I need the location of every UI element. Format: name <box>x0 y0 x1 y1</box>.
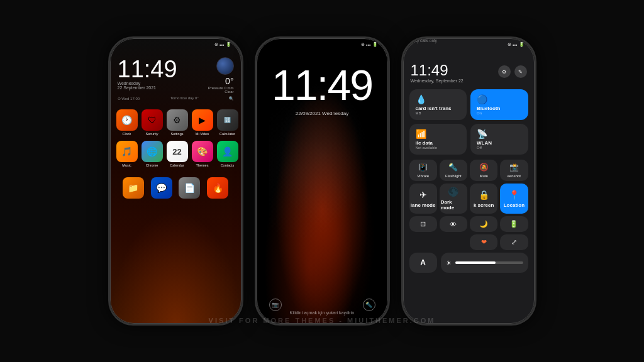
cc-heart-icon: ❤ <box>481 238 487 246</box>
lock-hint: Kilidiní açmak için yukari kaydirin <box>257 310 388 315</box>
cc-tile-wlan[interactable]: 📡 WLAN Off <box>470 124 528 155</box>
cc-darkmode-tile[interactable]: 🌑 Dark mode <box>440 184 467 214</box>
bluetooth-icon: ⊛ <box>214 42 218 47</box>
cc-extra-1[interactable]: ❤ <box>470 234 497 250</box>
cc-scanner-tile[interactable]: ⊡ <box>409 216 437 232</box>
calculator-icon: 🔢 <box>217 109 238 131</box>
cc-mute-label: Mute <box>479 174 487 178</box>
cc-mobile-label: ile data <box>416 140 461 146</box>
cc-status-icons: ⊛ ▪▪▪ 🔋 <box>508 42 524 47</box>
home-background: ⊛ ▪▪▪ 🔋 11:49 Wednesday22 September 2021… <box>110 38 242 324</box>
dock-icon-2: 💬 <box>151 177 172 199</box>
watermark-text: VISIT FOR MORE THEMES - MIUITHEMER.COM <box>209 317 436 324</box>
cc-location-label: Location <box>504 202 525 208</box>
cc-screenshot-tile[interactable]: 📸 eenshot <box>500 160 528 181</box>
reminder-info: ⊙ Wed 17:00 <box>118 96 140 101</box>
cc-time-block: 11:49 Wednesday, September 22 <box>411 63 464 83</box>
app-contacts-label: Contacts <box>221 163 235 167</box>
cc-reading-tile[interactable]: 👁 <box>440 216 467 232</box>
cc-darkmode-icon: 🌑 <box>448 187 458 197</box>
dock-icon-4: 🔥 <box>207 177 228 199</box>
cc-mobile-icon: 📶 <box>416 129 461 139</box>
app-dock: 📁 💬 📄 🔥 <box>110 175 242 201</box>
cc-battery-tile[interactable]: 🔋 <box>500 216 528 232</box>
lock-date: 22/09/2021 Wednesday <box>257 111 388 116</box>
app-calendar[interactable]: 22 Calendar <box>167 141 188 167</box>
status-bar-2: ⊛ ▪▪▪ 🔋 <box>257 38 388 48</box>
cc-bt-icon: ⊛ <box>508 42 511 47</box>
cc-settings-icon[interactable]: ⚙ <box>498 65 511 78</box>
cc-brightness-control[interactable]: ☀ <box>441 253 528 273</box>
lock-bt-icon: ⊛ <box>361 42 365 47</box>
lock-background: ⊛ ▪▪▪ 🔋 11:49 22/09/2021 Wednesday Kilid… <box>257 38 388 324</box>
app-security-label: Security <box>146 132 158 136</box>
phone-1: ⊛ ▪▪▪ 🔋 11:49 Wednesday22 September 2021… <box>108 36 243 326</box>
app-themes[interactable]: 🎨 Themes <box>192 141 213 167</box>
cc-font-button[interactable]: A <box>409 253 437 273</box>
cc-mute-icon: 🔕 <box>479 163 489 172</box>
dock-app-1[interactable]: 📁 <box>123 177 144 199</box>
status-bar-3: ⊛ ▪▪▪ 🔋 <box>403 38 535 48</box>
lock-flashlight-icon[interactable]: 🔦 <box>363 299 375 311</box>
app-chrome-label: Chrome <box>146 163 158 167</box>
cc-dnd-tile[interactable]: 🌙 <box>470 216 497 232</box>
cc-brightness-bar <box>455 261 523 264</box>
dock-app-4[interactable]: 🔥 <box>207 177 228 199</box>
app-contacts[interactable]: 👤 Contacts <box>217 141 238 167</box>
cc-lockscreen-tile[interactable]: 🔒 k screen <box>470 184 497 214</box>
status-icons-1: ⊛ ▪▪▪ 🔋 <box>214 42 231 47</box>
cc-wlan-icon: 📡 <box>477 129 522 139</box>
cc-vibrate-tile[interactable]: 📳 Vibrate <box>409 160 437 181</box>
app-music[interactable]: 🎵 Music <box>116 141 138 167</box>
cc-bluetooth-sub: On <box>477 111 522 115</box>
dock-icon-1: 📁 <box>123 177 144 199</box>
home-time: 11:49 <box>118 57 177 81</box>
app-mivideo[interactable]: ▶ Mi Video <box>192 109 213 136</box>
app-settings-label: Settings <box>171 132 184 136</box>
cc-darkmode-label: Dark mode <box>441 199 466 211</box>
lock-battery: 🔋 <box>372 42 378 47</box>
dock-app-3[interactable]: 📄 <box>179 177 200 199</box>
cc-vibrate-label: Vibrate <box>417 174 429 178</box>
cc-wlan-sub: Off <box>477 146 522 150</box>
app-calendar-label: Calendar <box>170 163 184 167</box>
app-security[interactable]: 🛡 Security <box>142 109 163 136</box>
cc-flashlight-tile[interactable]: 🔦 Flashlight <box>440 160 467 181</box>
home-widgets: 11:49 Wednesday22 September 2021 0° Pres… <box>110 38 242 107</box>
phone-2-screen: ⊛ ▪▪▪ 🔋 11:49 22/09/2021 Wednesday Kilid… <box>257 38 388 324</box>
cc-lockscreen-label: k screen <box>474 202 494 208</box>
app-clock[interactable]: 🕐 Clock <box>116 109 138 136</box>
cc-edit-icon[interactable]: ✎ <box>514 65 527 78</box>
cc-data-icon: 💧 <box>416 94 461 104</box>
app-settings[interactable]: ⚙ Settings <box>167 109 188 136</box>
cc-airplane-tile[interactable]: ✈ lane mode <box>409 184 437 214</box>
cc-expand-icon: ⤢ <box>511 238 517 246</box>
app-calculator[interactable]: 🔢 Calculator <box>217 109 238 136</box>
cc-tile-mobile[interactable]: 📶 ile data Not available <box>409 124 467 155</box>
cc-mobile-sub: Not available <box>416 146 461 150</box>
cc-extra-2[interactable]: ⤢ <box>500 234 528 250</box>
tomorrow-info: Tomorrow day 0° <box>170 96 199 101</box>
cc-main-tiles: 💧 card isn't trans MB 🔵 Bluetooth On 📶 i… <box>403 87 535 157</box>
app-mivideo-label: Mi Video <box>196 132 209 136</box>
cc-time: 11:49 <box>411 63 464 78</box>
cc-airplane-icon: ✈ <box>419 190 427 200</box>
app-music-label: Music <box>122 163 131 167</box>
cc-mute-tile[interactable]: 🔕 Mute <box>470 160 497 181</box>
cc-location-tile[interactable]: 📍 Location <box>500 184 528 214</box>
cc-tile-data[interactable]: 💧 card isn't trans MB <box>409 89 467 120</box>
security-icon: 🛡 <box>142 109 163 131</box>
cc-airplane-label: lane mode <box>411 202 436 208</box>
themes-icon: 🎨 <box>192 141 213 162</box>
cc-dnd-icon: 🌙 <box>479 220 488 228</box>
music-icon: 🎵 <box>116 141 138 162</box>
dock-app-2[interactable]: 💬 <box>151 177 172 199</box>
cc-tile-bluetooth[interactable]: 🔵 Bluetooth On <box>470 89 528 120</box>
app-chrome[interactable]: 🌐 Chrome <box>142 141 163 167</box>
clock-icon: 🕐 <box>116 109 138 131</box>
cc-location-icon: 📍 <box>509 190 519 200</box>
lock-camera-icon[interactable]: 📷 <box>269 299 282 311</box>
cc-small-tiles: 📳 Vibrate 🔦 Flashlight 🔕 Mute 📸 eenshot <box>403 160 535 181</box>
chrome-icon: 🌐 <box>142 141 163 162</box>
cc-header-icons: ⚙ ✎ <box>498 65 527 78</box>
